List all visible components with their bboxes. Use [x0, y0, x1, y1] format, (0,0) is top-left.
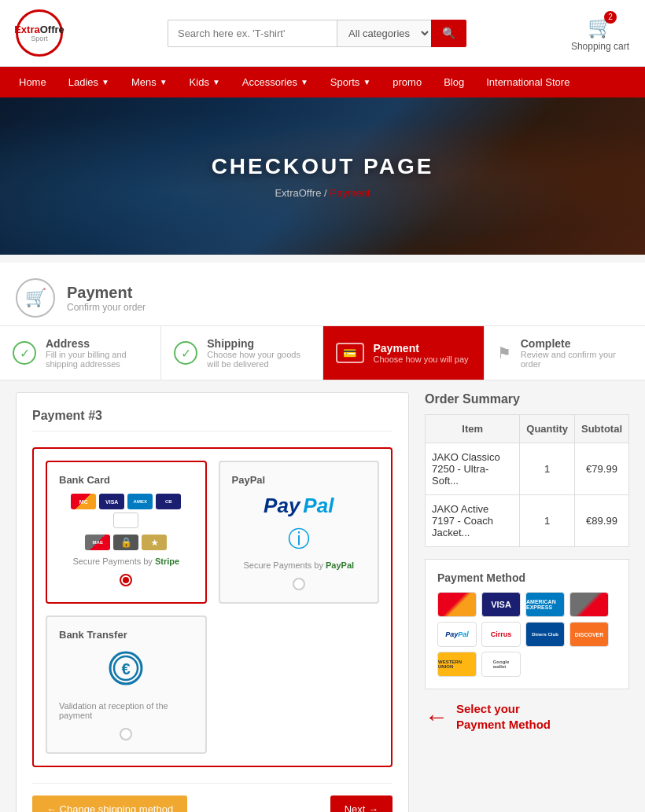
paypal-radio[interactable] [293, 578, 305, 590]
paypal-text-p2: Pal [303, 494, 334, 518]
gold-logo: ★ [142, 535, 167, 550]
step-shipping: ✓ Shipping Choose how your goods will be… [161, 326, 322, 380]
order-summary-panel: Order Summary Item Quantity Subtotal JAK… [425, 392, 629, 812]
nav-blog[interactable]: Blog [433, 67, 475, 97]
back-button[interactable]: ← Change shipping method [32, 795, 187, 812]
pm-visa: VISA [481, 592, 521, 617]
paypal-label: PayPal [232, 474, 266, 486]
table-row: JAKO Classico 7250 - Ultra-Soft... 1 €79… [426, 443, 629, 495]
col-item: Item [426, 415, 520, 443]
hint-text: Select yourPayment Method [456, 701, 551, 732]
search-button[interactable]: 🔍 [431, 20, 466, 47]
section-title-block: Payment Confirm your order [67, 284, 146, 313]
cb-logo: CB [156, 494, 181, 509]
nav-kids[interactable]: Kids ▼ [179, 67, 231, 97]
bank-card-brand: Stripe [155, 557, 179, 566]
nav-ladies[interactable]: Ladies ▼ [57, 67, 120, 97]
category-select[interactable]: All categories [337, 20, 431, 47]
pm-paypal: PayPal [437, 622, 477, 647]
next-button[interactable]: Next → [330, 795, 393, 812]
step-shipping-title: Shipping [207, 337, 309, 350]
step-payment-info: Payment Choose how you will pay [374, 342, 469, 364]
order-summary-title: Order Summary [425, 392, 629, 406]
col-qty: Quantity [520, 415, 575, 443]
payment-option-paypal[interactable]: PayPal PayPal ⓘ Secure Payments by PayPa… [219, 461, 380, 604]
bank-card-label: Bank Card [59, 474, 110, 486]
step-payment-desc: Choose how you will pay [374, 355, 469, 364]
pm-amex: AMERICAN EXPRESS [525, 592, 565, 617]
search-input[interactable] [168, 20, 337, 47]
payment-empty-slot [219, 615, 380, 754]
step-complete-icon: ⚑ [497, 344, 511, 362]
step-payment-icon: 💳 [336, 343, 364, 363]
step-payment: 💳 Payment Choose how you will pay [323, 326, 485, 380]
step-address-desc: Fill in your billing and shipping addres… [46, 350, 148, 369]
nav-mens[interactable]: Mens ▼ [120, 67, 179, 97]
pm-maestro [569, 592, 609, 617]
order-summary-table: Item Quantity Subtotal JAKO Classico 725… [425, 414, 629, 547]
pm-western-union: WESTERN UNION [437, 652, 477, 677]
svg-text:€: € [122, 660, 131, 678]
step-address: ✓ Address Fill in your billing and shipp… [0, 326, 161, 380]
bank-card-logos-row2: MAE 🔒 ★ [85, 535, 167, 550]
main-content: Payment #3 Bank Card MC VISA AMEX CB ... [0, 392, 645, 812]
logo[interactable]: ExtraOffre Sport [16, 9, 63, 57]
maestro-logo: MAE [85, 535, 110, 550]
panel-footer: ← Change shipping method Next → [32, 783, 393, 812]
table-row: JAKO Active 7197 - Coach Jacket... 1 €89… [426, 495, 629, 547]
step-complete: ⚑ Complete Review and confirm your order [485, 326, 645, 380]
nav-accessories[interactable]: Accessories ▼ [231, 67, 319, 97]
pm-discover: DISCOVER [569, 622, 609, 647]
cart-badge: 2 [604, 11, 617, 24]
row-subtotal: €89.99 [575, 495, 629, 547]
logo-circle: ExtraOffre Sport [16, 9, 63, 57]
amex-logo: AMEX [127, 494, 153, 509]
hero-title: CHECKOUT PAGE [212, 154, 434, 179]
pm-diners: Diners Club [525, 622, 565, 647]
col-subtotal: Subtotal [575, 415, 629, 443]
hint-arrow-icon: ← [425, 704, 448, 730]
bank-card-radio[interactable] [120, 574, 132, 586]
step-address-info: Address Fill in your billing and shippin… [46, 337, 148, 369]
step-address-title: Address [46, 337, 148, 350]
select-payment-hint: ← Select yourPayment Method [425, 701, 629, 732]
nav-sports[interactable]: Sports ▼ [319, 67, 381, 97]
payment-option-bank-transfer[interactable]: Bank Transfer € Validation at reception … [46, 615, 207, 754]
nav-promo[interactable]: promo [381, 67, 433, 97]
payment-section-icon: 🛒 [16, 278, 55, 318]
step-complete-title: Complete [521, 337, 632, 350]
payment-bottom-row: Bank Transfer € Validation at reception … [46, 615, 379, 754]
visa-logo: VISA [99, 494, 124, 509]
paypal-brand: PayPal [326, 560, 354, 570]
header: ExtraOffre Sport All categories 🔍 🛒 2 Sh… [0, 0, 645, 67]
payment-panel-title: Payment #3 [32, 409, 393, 432]
paypal-brand-logo: PayPal [264, 494, 334, 518]
pm-cirrus: Cirrus [481, 622, 521, 647]
cart-icon-wrap: 🛒 2 [588, 15, 613, 39]
step-shipping-info: Shipping Choose how your goods will be d… [207, 337, 309, 369]
cart-label: Shopping cart [571, 41, 629, 52]
cart[interactable]: 🛒 2 Shopping cart [571, 15, 629, 52]
row-item: JAKO Classico 7250 - Ultra-Soft... [426, 443, 520, 495]
pm-mastercard [437, 592, 477, 617]
table-header-row: Item Quantity Subtotal [426, 415, 629, 443]
step-address-check: ✓ [13, 341, 36, 365]
payment-top-row: Bank Card MC VISA AMEX CB ... MAE 🔒 ★ [46, 461, 379, 604]
nav-international[interactable]: International Store [475, 67, 580, 97]
navigation: Home Ladies ▼ Mens ▼ Kids ▼ Accessories … [0, 67, 645, 97]
breadcrumb-home[interactable]: ExtraOffre [275, 187, 321, 199]
breadcrumb: ExtraOffre / Payment [275, 187, 370, 199]
breadcrumb-current: Payment [330, 187, 370, 199]
nav-home[interactable]: Home [8, 67, 57, 97]
step-shipping-check: ✓ [174, 341, 197, 365]
pm-google-wallet: Googlewallet [481, 652, 521, 677]
payment-options-container: Bank Card MC VISA AMEX CB ... MAE 🔒 ★ [32, 447, 393, 767]
bank-transfer-radio[interactable] [120, 728, 132, 740]
bank-transfer-secure-text: Validation at reception of the payment [59, 701, 194, 720]
payment-method-section: Payment Method VISA AMERICAN EXPRESS Pay… [425, 559, 629, 689]
bank-transfer-icon: € [106, 648, 146, 695]
bank-transfer-label: Bank Transfer [59, 629, 127, 641]
bank-card-logos: MC VISA AMEX CB ... [59, 494, 194, 528]
payment-option-bank-card[interactable]: Bank Card MC VISA AMEX CB ... MAE 🔒 ★ [46, 461, 207, 604]
payment-logos-grid: VISA AMERICAN EXPRESS PayPal Cirrus Dine… [437, 592, 617, 677]
